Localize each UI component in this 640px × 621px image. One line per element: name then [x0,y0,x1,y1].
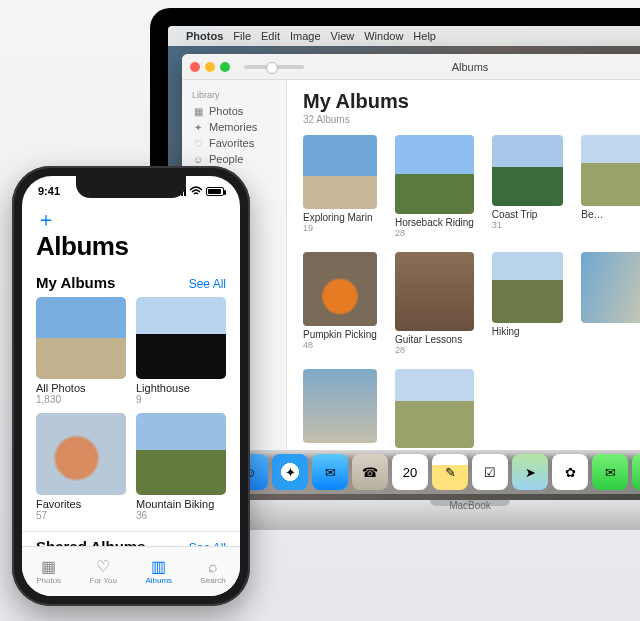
for-you-icon: ♡ [96,559,110,575]
sidebar-item-label: People [209,153,243,165]
fullscreen-icon[interactable] [220,62,230,72]
sidebar-item-people[interactable]: ☺ People [188,151,280,167]
dock-contacts-icon[interactable]: ☎ [352,454,388,490]
photos-app-window: Albums ⓘ ⇪ ↻ ♡ ⌕ Library ▦ Photos [182,54,640,454]
album-thumbnail [581,135,640,206]
window-titlebar[interactable]: Albums ⓘ ⇪ ↻ ♡ ⌕ [182,54,640,80]
album-title: All Photos [36,382,126,394]
menu-window[interactable]: Window [364,30,403,42]
album-tile[interactable]: Coast Trip31 [492,135,563,238]
contacts-glyph: ☎ [362,465,378,480]
battery-icon [206,187,224,196]
album-count: 57 [36,510,126,521]
tab-search[interactable]: ⌕Search [200,559,225,585]
album-thumbnail [136,413,226,495]
album-tile[interactable]: Favorites57 [36,413,126,521]
dock-mail-icon[interactable]: ✉ [312,454,348,490]
album-thumbnail [581,252,640,323]
minimize-icon[interactable] [205,62,215,72]
dock-notes-icon[interactable]: ✎ [432,454,468,490]
sidebar-item-memories[interactable]: ✦ Memories [188,119,280,135]
album-tile[interactable]: Horseback Riding28 [395,135,474,238]
mail-glyph: ✉ [325,465,336,480]
albums-header: ＋ Albums [22,206,240,268]
album-tile[interactable]: Pumpkin Picking48 [303,252,377,355]
app-menu[interactable]: Photos [186,30,223,42]
search-icon: ⌕ [208,559,218,575]
screen-title: Albums [36,231,226,262]
album-title: Mountain Biking [136,498,226,510]
menu-help[interactable]: Help [413,30,436,42]
album-thumbnail [36,413,126,495]
album-tile[interactable]: Exploring Marin19 [303,135,377,238]
my-albums-grid: All Photos1,830Lighthouse9Favorites57Mou… [36,297,226,521]
tab-label: Photos [36,576,61,585]
album-title: Exploring Marin [303,212,377,223]
album-tile[interactable]: Mountain Biking36 [136,413,226,521]
album-tile[interactable] [395,369,474,451]
dock-safari-icon[interactable]: ✦ [272,454,308,490]
album-count: 1,830 [36,394,126,405]
album-count: 32 Albums [303,114,640,125]
add-button[interactable]: ＋ [36,206,226,233]
tab-photos[interactable]: ▦Photos [36,559,61,585]
menu-edit[interactable]: Edit [261,30,280,42]
dock-reminders-icon[interactable]: ☑ [472,454,508,490]
album-title: Favorites [36,498,126,510]
iphone-device: 9:41 ＋ Albums My Albums See All All Phot… [12,166,250,606]
albums-scroll-area[interactable]: My Albums See All All Photos1,830Lightho… [22,268,240,546]
thumbnail-zoom-slider[interactable] [244,65,304,69]
close-icon[interactable] [190,62,200,72]
album-tile[interactable]: Lighthouse9 [136,297,226,405]
dock-photos-icon[interactable]: ✿ [552,454,588,490]
people-icon: ☺ [192,154,204,165]
menu-file[interactable]: File [233,30,251,42]
menu-view[interactable]: View [331,30,355,42]
album-tile[interactable]: Guitar Lessons28 [395,252,474,355]
album-tile[interactable]: Be… [581,135,640,238]
album-count: 9 [136,394,226,405]
tab-label: Albums [145,576,172,585]
macos-menubar: Photos File Edit Image View Window Help [168,26,640,46]
photos-main-pane: My Albums 32 Albums Exploring Marin19Hor… [287,80,640,454]
album-thumbnail [303,369,377,443]
sidebar-item-favorites[interactable]: ♡ Favorites [188,135,280,151]
album-tile[interactable]: Hiking [492,252,563,355]
calendar-glyph: 20 [403,465,417,480]
memories-icon: ✦ [192,122,204,133]
album-thumbnail [492,135,563,206]
album-thumbnail [395,135,474,214]
heart-icon: ♡ [192,138,204,149]
page-title: My Albums [303,90,640,113]
tab-albums[interactable]: ▥Albums [145,559,172,585]
album-tile[interactable] [303,369,377,451]
album-tile[interactable]: All Photos1,830 [36,297,126,405]
dock-calendar-icon[interactable]: 20 [392,454,428,490]
album-title: Horseback Riding [395,217,474,228]
status-time: 9:41 [38,185,60,197]
dock-facetime-icon[interactable]: ▣ [632,454,640,490]
photos-glyph: ✿ [565,465,576,480]
iphone-screen: 9:41 ＋ Albums My Albums See All All Phot… [22,176,240,596]
see-all-my-albums[interactable]: See All [189,277,226,291]
album-thumbnail [303,252,377,326]
album-title: Hiking [492,326,563,337]
wifi-icon [189,186,203,196]
menu-image[interactable]: Image [290,30,321,42]
album-tile[interactable] [581,252,640,355]
sidebar-item-photos[interactable]: ▦ Photos [188,103,280,119]
tab-for-you[interactable]: ♡For You [89,559,117,585]
dock-messages-icon[interactable]: ✉ [592,454,628,490]
maps-glyph: ➤ [525,465,536,480]
albums-icon: ▥ [151,559,166,575]
section-divider [22,531,240,532]
window-traffic-lights [190,62,230,72]
messages-glyph: ✉ [605,465,616,480]
sidebar-item-label: Favorites [209,137,254,149]
album-count: 19 [303,223,377,233]
album-count: 31 [492,220,563,230]
album-count: 28 [395,345,474,355]
album-title: Lighthouse [136,382,226,394]
tab-label: Search [200,576,225,585]
dock-maps-icon[interactable]: ➤ [512,454,548,490]
